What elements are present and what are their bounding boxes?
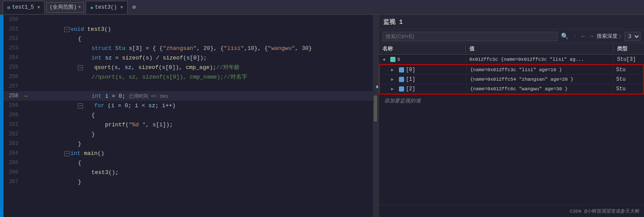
watch-col-value-header: 值 bbox=[466, 45, 614, 53]
watch-row-1[interactable]: ▶ [1] {name=0x012ffc54 "zhangsan" age=20… bbox=[380, 75, 643, 84]
code-editor[interactable]: 250 251 ─void test3() 252 { bbox=[3, 15, 373, 217]
code-line-256: 256 //qsort(s, sz, sizeof(s[0]), cmp_nam… bbox=[3, 72, 373, 82]
code-lines: 250 251 ─void test3() 252 { bbox=[3, 15, 373, 217]
expand-arrow-2[interactable]: ▶ bbox=[391, 86, 397, 92]
watch-row-1-name: ▶ [1] bbox=[380, 76, 467, 83]
watch-panel: 监视 1 🔍 · ← → 搜索深度： 3 1 2 4 5 名称 值 类型 bbox=[378, 15, 644, 217]
expand-arrow-0[interactable]: ▶ bbox=[391, 67, 397, 72]
watch-table-header: 名称 值 类型 bbox=[379, 43, 644, 55]
code-line-267: 267 } bbox=[3, 177, 373, 187]
tab-func-dropdown-arrow[interactable]: ▼ bbox=[120, 5, 123, 10]
line-num-252: 252 bbox=[3, 36, 22, 42]
watch-panel-title: 监视 1 bbox=[383, 18, 403, 26]
watch-footer: CSDN @小树苗渴望变成参天大树 bbox=[379, 205, 644, 217]
scrollbar-marker bbox=[376, 85, 378, 88]
scope-label: (全局范围) bbox=[50, 3, 76, 11]
scope-dropdown[interactable]: (全局范围) ▼ bbox=[46, 2, 84, 13]
scope-dropdown-arrow: ▼ bbox=[78, 5, 80, 10]
line-num-264: 264 bbox=[3, 150, 22, 156]
line-num-260: 260 bbox=[3, 112, 22, 118]
search-separator: · bbox=[572, 34, 578, 39]
expand-arrow-1[interactable]: ▶ bbox=[391, 77, 397, 82]
tab-func-icon: ◈ bbox=[90, 5, 93, 10]
watch-row-2-value: {name=0x012ffc6c "wangwu" age=30 } bbox=[467, 85, 613, 92]
line-num-259: 259 bbox=[3, 102, 22, 108]
tab-func-label: test3() bbox=[95, 4, 117, 10]
watch-icon-1 bbox=[399, 77, 404, 82]
watch-name-2: [2] bbox=[406, 86, 415, 92]
watch-search-icon[interactable]: 🔍 bbox=[559, 32, 570, 41]
line-num-257: 257 bbox=[3, 83, 22, 89]
line-num-263: 263 bbox=[3, 141, 22, 147]
line-num-267: 267 bbox=[3, 179, 22, 185]
watch-row-s[interactable]: ◀ s 0x012ffc3c {name=0x012ffc3c "lisi" a… bbox=[379, 55, 644, 64]
watch-row-1-type: Stu bbox=[613, 76, 643, 83]
watch-search-input[interactable] bbox=[382, 32, 558, 41]
scrollbar-thumb[interactable] bbox=[374, 95, 377, 122]
watch-row-s-value: 0x012ffc3c {name=0x012ffc3c "lisi" ag... bbox=[466, 56, 614, 63]
line-num-258: 258 bbox=[3, 93, 22, 99]
line-num-256: 256 bbox=[3, 74, 22, 80]
watch-row-2[interactable]: ▶ [2] {name=0x012ffc6c "wangwu" age=30 }… bbox=[380, 84, 643, 94]
watch-col-type-header: 类型 bbox=[614, 45, 644, 53]
pin-button[interactable]: ⊕ bbox=[129, 3, 138, 12]
expand-arrow-s[interactable]: ◀ bbox=[382, 57, 388, 62]
line-num-266: 266 bbox=[3, 169, 22, 175]
watch-row-0-value: {name=0x012ffc3c "lisi" age=10 } bbox=[467, 66, 613, 73]
watch-rows: ◀ s 0x012ffc3c {name=0x012ffc3c "lisi" a… bbox=[379, 55, 644, 205]
watch-row-0[interactable]: ▶ [0] {name=0x012ffc3c "lisi" age=10 } S… bbox=[380, 65, 643, 75]
watch-name-s: s bbox=[397, 56, 400, 62]
line-num-250: 250 bbox=[3, 16, 22, 23]
watch-row-s-name: ◀ s bbox=[379, 56, 466, 63]
watch-row-s-type: Stu[3] bbox=[614, 56, 644, 63]
tab-dropdown-arrow[interactable]: ▼ bbox=[37, 5, 40, 10]
watch-icon-s bbox=[390, 57, 395, 62]
code-scrollbar[interactable] bbox=[373, 15, 378, 217]
line-num-253: 253 bbox=[3, 45, 22, 51]
watch-add-item[interactable]: 添加要监视的项 bbox=[379, 95, 644, 107]
toolbar: ⊞ test1_5 ▼ (全局范围) ▼ ◈ test3() ▼ ⊕ bbox=[0, 0, 644, 15]
watch-add-item-label: 添加要监视的项 bbox=[384, 98, 421, 104]
line-arrow-258: → bbox=[22, 93, 30, 99]
watch-nav-back[interactable]: ← bbox=[580, 33, 587, 40]
line-num-255: 255 bbox=[3, 64, 22, 70]
line-num-251: 251 bbox=[3, 26, 22, 32]
watch-depth-label: 搜索深度： bbox=[597, 33, 623, 40]
tab-test1-5[interactable]: ⊞ test1_5 ▼ bbox=[3, 1, 45, 14]
watch-row-1-value: {name=0x012ffc54 "zhangsan" age=20 } bbox=[467, 76, 613, 83]
watch-col-name-header: 名称 bbox=[379, 45, 466, 53]
watch-name-1: [1] bbox=[406, 76, 415, 82]
watch-icon-2 bbox=[399, 86, 404, 92]
watch-search-bar: 🔍 · ← → 搜索深度： 3 1 2 4 5 bbox=[379, 30, 644, 43]
watch-row-0-type: Stu bbox=[613, 66, 643, 74]
watch-selected-group: ▶ [0] {name=0x012ffc3c "lisi" age=10 } S… bbox=[379, 64, 644, 95]
watch-row-0-name: ▶ [0] bbox=[380, 66, 467, 74]
tab-label: test1_5 bbox=[12, 4, 34, 10]
watch-row-2-type: Stu bbox=[613, 85, 643, 93]
watch-depth-select[interactable]: 3 1 2 4 5 bbox=[624, 32, 641, 41]
watch-panel-header: 监视 1 bbox=[379, 15, 644, 30]
line-num-254: 254 bbox=[3, 55, 22, 61]
left-sidebar bbox=[0, 15, 3, 217]
line-num-261: 261 bbox=[3, 122, 22, 128]
watch-nav-forward[interactable]: → bbox=[588, 33, 595, 40]
main-area: 250 251 ─void test3() 252 { bbox=[0, 15, 644, 217]
line-num-262: 262 bbox=[3, 131, 22, 137]
tab-test3[interactable]: ◈ test3() ▼ bbox=[86, 1, 128, 14]
line-num-265: 265 bbox=[3, 160, 22, 166]
watch-icon-0 bbox=[399, 67, 404, 72]
tab-file-icon: ⊞ bbox=[7, 5, 10, 10]
watch-name-0: [0] bbox=[406, 67, 415, 73]
watch-row-2-name: ▶ [2] bbox=[380, 85, 467, 93]
line-content-267: } bbox=[30, 172, 373, 192]
watch-footer-text: CSDN @小树苗渴望变成参天大树 bbox=[570, 209, 640, 214]
